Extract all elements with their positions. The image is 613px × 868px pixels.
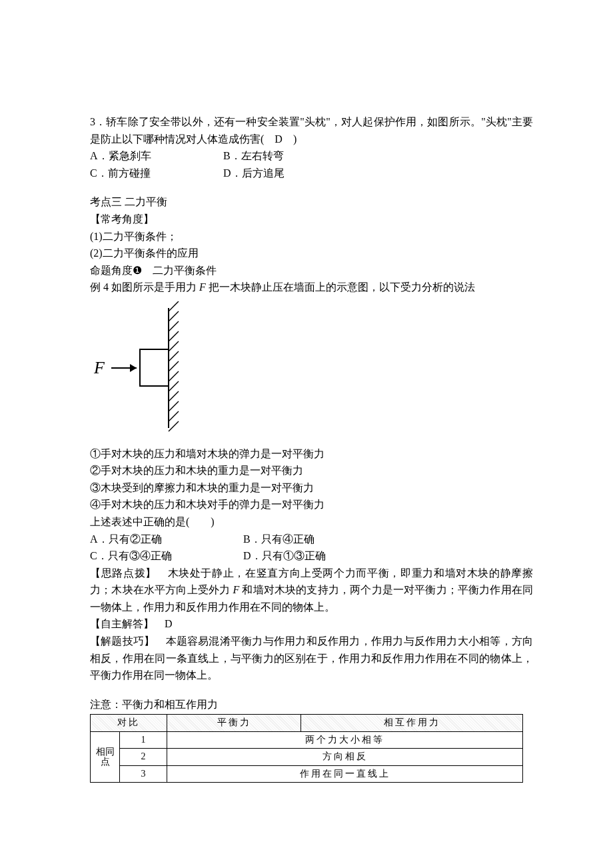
svg-rect-14 xyxy=(140,349,169,386)
table-row: 相同点 1 两个力大小相等 xyxy=(91,731,523,748)
figure-force-label: F xyxy=(93,358,105,377)
q3-stem: 3．轿车除了安全带以外，还有一种安全装置"头枕"，对人起保护作用，如图所示。"头… xyxy=(90,113,533,147)
block-on-wall-icon: F xyxy=(90,301,210,435)
svg-line-6 xyxy=(169,351,179,361)
explain-h1: 【思路点拨】 xyxy=(90,567,168,579)
svg-line-11 xyxy=(169,401,179,411)
q4-stem: 例 4 如图所示是手用力 F 把一木块静止压在墙面上的示意图，以下受力分析的说法 xyxy=(90,279,533,296)
td-num3: 3 xyxy=(120,765,167,782)
q4-option-a: A．只有②正确 xyxy=(90,531,243,548)
svg-line-7 xyxy=(169,361,179,371)
svg-line-12 xyxy=(169,411,179,421)
q4-stem-post: 把一木块静止压在墙面上的示意图，以下受力分析的说法 xyxy=(206,281,475,293)
section3-angle: 命题角度❶ 二力平衡条件 xyxy=(90,262,533,279)
q3-option-c: C．前方碰撞 xyxy=(90,165,223,182)
td-row1: 两个力大小相等 xyxy=(167,731,523,748)
q4-statement4: ④手对木块的压力和木块对手的弹力是一对平衡力 xyxy=(90,496,533,513)
comparison-table: 对比 平衡力 相互作用力 相同点 1 两个力大小相等 2 方向相反 3 作用在同… xyxy=(90,714,523,783)
table-header-row: 对比 平衡力 相互作用力 xyxy=(91,715,523,731)
q4-options-row1: A．只有②正确 B．只有④正确 xyxy=(90,531,533,548)
td-row2: 方向相反 xyxy=(167,749,523,765)
td-num2: 2 xyxy=(120,749,167,765)
q4-statement3: ③木块受到的摩擦力和木块的重力是一对平衡力 xyxy=(90,479,533,497)
explain-t1F: F xyxy=(233,584,239,595)
q4-options-row2: C．只有③④正确 D．只有①③正确 xyxy=(90,547,533,565)
svg-line-8 xyxy=(169,371,179,381)
section3-title: 考点三 二力平衡 xyxy=(90,193,533,211)
document-page: 3．轿车除了安全带以外，还有一种安全装置"头枕"，对人起保护作用，如图所示。"头… xyxy=(0,0,613,868)
table-row: 2 方向相反 xyxy=(91,749,523,765)
th-balance: 平衡力 xyxy=(167,715,301,731)
td-num1: 1 xyxy=(120,731,167,748)
section3-heading: 【常考角度】 xyxy=(90,211,533,228)
td-row3: 作用在同一直线上 xyxy=(167,765,523,782)
svg-line-4 xyxy=(169,331,179,341)
q3-option-a: A．紧急刹车 xyxy=(90,147,223,165)
td-group-label: 相同点 xyxy=(91,731,120,782)
th-interaction: 相互作用力 xyxy=(301,715,523,731)
q3-options-row1: A．紧急刹车 B．左右转弯 xyxy=(90,147,533,165)
q4-option-b: B．只有④正确 xyxy=(243,531,396,548)
q4-stem-pre: 例 4 如图所示是手用力 xyxy=(90,281,199,293)
th-compare: 对比 xyxy=(91,715,167,731)
explain-h3: 【解题技巧】 xyxy=(90,635,166,647)
table-note: 注意：平衡力和相互作用力 xyxy=(90,696,533,713)
svg-line-10 xyxy=(169,391,179,401)
q4-option-d: D．只有①③正确 xyxy=(243,547,396,565)
q4-figure: F xyxy=(90,301,533,440)
explain-block1: 【思路点拨】 木块处于静止，在竖直方向上受两个力而平衡，即重力和墙对木块的静摩擦… xyxy=(90,565,533,616)
svg-line-13 xyxy=(169,421,179,431)
section3-point1: (1)二力平衡条件； xyxy=(90,228,533,245)
q4-option-c: C．只有③④正确 xyxy=(90,547,243,565)
q3-option-d: D．后方追尾 xyxy=(223,165,356,182)
svg-line-9 xyxy=(169,381,179,391)
q3-option-b: B．左右转弯 xyxy=(223,147,356,165)
section3-point2: (2)二力平衡条件的应用 xyxy=(90,245,533,262)
q4-ask: 上述表述中正确的是( ) xyxy=(90,513,533,531)
table-row: 3 作用在同一直线上 xyxy=(91,765,523,782)
q4-statement1: ①手对木块的压力和墙对木块的弹力是一对平衡力 xyxy=(90,445,533,463)
explain-block3: 【解题技巧】 本题容易混淆平衡力与作用力和反作用力，作用力与反作用力大小相等，方… xyxy=(90,633,533,684)
svg-marker-16 xyxy=(130,364,137,372)
explain-answer: 【自主解答】 D xyxy=(90,615,533,633)
q4-stem-F: F xyxy=(199,281,206,293)
svg-line-5 xyxy=(169,341,179,351)
svg-line-3 xyxy=(169,321,179,331)
q3-options-row2: C．前方碰撞 D．后方追尾 xyxy=(90,165,533,182)
q4-statement2: ②手对木块的压力和木块的重力是一对平衡力 xyxy=(90,462,533,479)
svg-line-1 xyxy=(169,301,179,311)
svg-line-2 xyxy=(169,311,179,321)
